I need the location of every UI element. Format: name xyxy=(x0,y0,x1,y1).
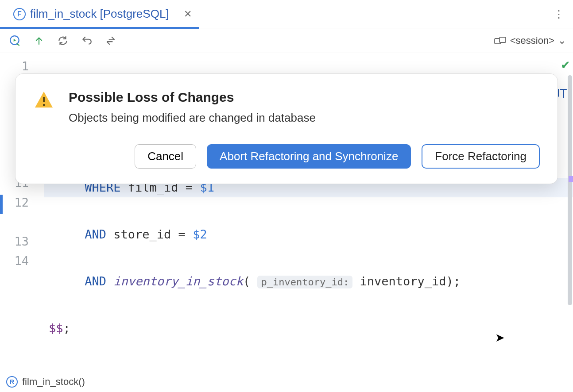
editor-toolbar: <session> ⌄ xyxy=(0,28,573,53)
run-icon[interactable] xyxy=(7,33,23,49)
inlay-hint: p_inventory_id: xyxy=(257,276,352,288)
code-line: AND store_id = $2 xyxy=(44,225,573,244)
active-tab-indicator xyxy=(0,27,199,29)
sync-icon[interactable] xyxy=(55,33,71,49)
tab-title: film_in_stock [PostgreSQL] xyxy=(30,7,169,21)
error-stripe-marker[interactable] xyxy=(569,176,573,182)
force-refactoring-button[interactable]: Force Refactoring xyxy=(422,144,540,169)
editor-tab[interactable]: F film_in_stock [PostgreSQL] ✕ xyxy=(5,0,204,28)
session-icon xyxy=(494,36,507,45)
close-tab-icon[interactable]: ✕ xyxy=(180,6,196,22)
svg-rect-4 xyxy=(43,104,45,106)
svg-rect-2 xyxy=(499,37,506,42)
commit-icon[interactable] xyxy=(31,33,47,49)
cancel-button[interactable]: Cancel xyxy=(135,144,196,169)
dialog-message: Objects being modified are changed in da… xyxy=(69,111,316,125)
warning-icon xyxy=(33,90,54,111)
svg-rect-3 xyxy=(43,97,45,102)
code-line: $$; xyxy=(44,319,573,338)
status-bar: R film_in_stock() xyxy=(0,371,573,392)
chevron-down-icon: ⌄ xyxy=(558,35,566,46)
migrate-icon[interactable] xyxy=(103,33,119,49)
routine-icon: R xyxy=(6,376,18,388)
function-icon: F xyxy=(13,8,26,20)
rollback-icon[interactable] xyxy=(79,33,95,49)
confirm-dialog: Possible Loss of Changes Objects being m… xyxy=(15,73,558,184)
more-menu-icon[interactable]: ⋮ xyxy=(550,5,568,23)
dialog-title: Possible Loss of Changes xyxy=(69,90,316,105)
tab-bar: F film_in_stock [PostgreSQL] ✕ ⋮ xyxy=(0,0,573,28)
breadcrumb[interactable]: film_in_stock() xyxy=(22,376,85,388)
mouse-cursor: ➤ xyxy=(495,331,505,345)
code-line: AND inventory_in_stock( p_inventory_id: … xyxy=(44,272,573,291)
session-label: <session> xyxy=(510,35,554,46)
abort-sync-button[interactable]: Abort Refactoring and Synchronize xyxy=(207,144,411,169)
session-selector[interactable]: <session> ⌄ xyxy=(494,35,566,46)
gutter-change-marker xyxy=(0,195,3,214)
vertical-scrollbar[interactable] xyxy=(567,58,573,371)
scrollbar-thumb[interactable] xyxy=(568,75,572,305)
